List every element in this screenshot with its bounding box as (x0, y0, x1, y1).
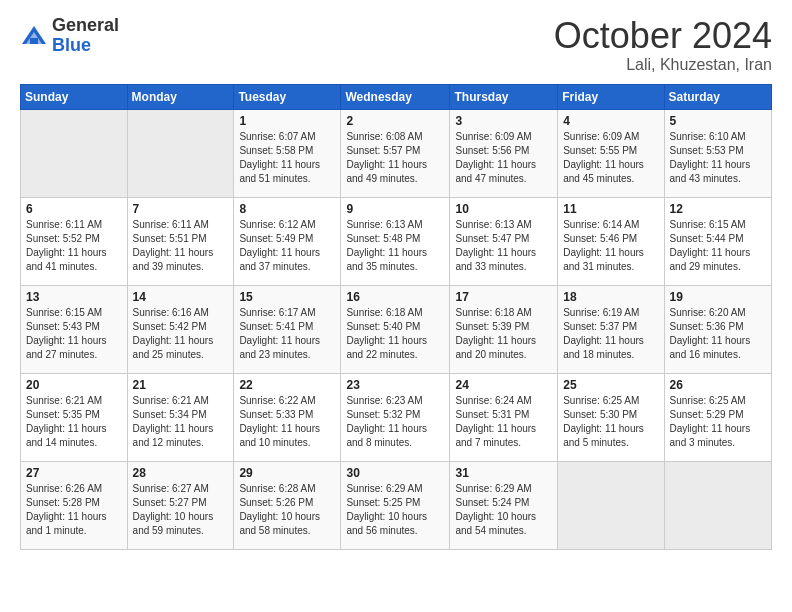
column-header-friday: Friday (558, 84, 664, 109)
title-location: Lali, Khuzestan, Iran (554, 56, 772, 74)
column-header-wednesday: Wednesday (341, 84, 450, 109)
calendar-cell: 4Sunrise: 6:09 AMSunset: 5:55 PMDaylight… (558, 109, 664, 197)
day-number: 25 (563, 378, 658, 392)
calendar-cell: 9Sunrise: 6:13 AMSunset: 5:48 PMDaylight… (341, 197, 450, 285)
svg-rect-2 (30, 38, 38, 44)
column-header-thursday: Thursday (450, 84, 558, 109)
calendar-cell: 26Sunrise: 6:25 AMSunset: 5:29 PMDayligh… (664, 373, 771, 461)
day-detail: Sunrise: 6:13 AMSunset: 5:47 PMDaylight:… (455, 218, 552, 274)
day-number: 29 (239, 466, 335, 480)
day-detail: Sunrise: 6:16 AMSunset: 5:42 PMDaylight:… (133, 306, 229, 362)
day-detail: Sunrise: 6:29 AMSunset: 5:25 PMDaylight:… (346, 482, 444, 538)
day-number: 7 (133, 202, 229, 216)
day-detail: Sunrise: 6:15 AMSunset: 5:44 PMDaylight:… (670, 218, 766, 274)
day-number: 28 (133, 466, 229, 480)
day-number: 9 (346, 202, 444, 216)
calendar-cell: 6Sunrise: 6:11 AMSunset: 5:52 PMDaylight… (21, 197, 128, 285)
column-header-sunday: Sunday (21, 84, 128, 109)
calendar-cell: 29Sunrise: 6:28 AMSunset: 5:26 PMDayligh… (234, 461, 341, 549)
calendar-cell: 13Sunrise: 6:15 AMSunset: 5:43 PMDayligh… (21, 285, 128, 373)
week-row: 1Sunrise: 6:07 AMSunset: 5:58 PMDaylight… (21, 109, 772, 197)
day-detail: Sunrise: 6:13 AMSunset: 5:48 PMDaylight:… (346, 218, 444, 274)
day-detail: Sunrise: 6:25 AMSunset: 5:29 PMDaylight:… (670, 394, 766, 450)
day-number: 16 (346, 290, 444, 304)
calendar-cell: 11Sunrise: 6:14 AMSunset: 5:46 PMDayligh… (558, 197, 664, 285)
column-header-saturday: Saturday (664, 84, 771, 109)
day-number: 24 (455, 378, 552, 392)
calendar-cell: 10Sunrise: 6:13 AMSunset: 5:47 PMDayligh… (450, 197, 558, 285)
day-number: 2 (346, 114, 444, 128)
day-detail: Sunrise: 6:11 AMSunset: 5:52 PMDaylight:… (26, 218, 122, 274)
title-month: October 2024 (554, 16, 772, 56)
day-number: 12 (670, 202, 766, 216)
day-detail: Sunrise: 6:19 AMSunset: 5:37 PMDaylight:… (563, 306, 658, 362)
calendar-cell: 3Sunrise: 6:09 AMSunset: 5:56 PMDaylight… (450, 109, 558, 197)
day-detail: Sunrise: 6:18 AMSunset: 5:40 PMDaylight:… (346, 306, 444, 362)
week-row: 27Sunrise: 6:26 AMSunset: 5:28 PMDayligh… (21, 461, 772, 549)
calendar-cell: 19Sunrise: 6:20 AMSunset: 5:36 PMDayligh… (664, 285, 771, 373)
logo: General Blue (20, 16, 119, 56)
column-header-monday: Monday (127, 84, 234, 109)
logo-text: General Blue (52, 16, 119, 56)
week-row: 13Sunrise: 6:15 AMSunset: 5:43 PMDayligh… (21, 285, 772, 373)
calendar-cell: 8Sunrise: 6:12 AMSunset: 5:49 PMDaylight… (234, 197, 341, 285)
day-number: 31 (455, 466, 552, 480)
day-detail: Sunrise: 6:09 AMSunset: 5:56 PMDaylight:… (455, 130, 552, 186)
logo-blue: Blue (52, 36, 119, 56)
header: General Blue October 2024 Lali, Khuzesta… (20, 16, 772, 74)
day-detail: Sunrise: 6:14 AMSunset: 5:46 PMDaylight:… (563, 218, 658, 274)
calendar-cell: 20Sunrise: 6:21 AMSunset: 5:35 PMDayligh… (21, 373, 128, 461)
day-detail: Sunrise: 6:29 AMSunset: 5:24 PMDaylight:… (455, 482, 552, 538)
calendar-cell: 24Sunrise: 6:24 AMSunset: 5:31 PMDayligh… (450, 373, 558, 461)
day-number: 26 (670, 378, 766, 392)
logo-icon (20, 22, 48, 50)
day-detail: Sunrise: 6:12 AMSunset: 5:49 PMDaylight:… (239, 218, 335, 274)
day-detail: Sunrise: 6:09 AMSunset: 5:55 PMDaylight:… (563, 130, 658, 186)
column-header-tuesday: Tuesday (234, 84, 341, 109)
calendar-cell: 7Sunrise: 6:11 AMSunset: 5:51 PMDaylight… (127, 197, 234, 285)
day-detail: Sunrise: 6:15 AMSunset: 5:43 PMDaylight:… (26, 306, 122, 362)
day-number: 17 (455, 290, 552, 304)
day-number: 10 (455, 202, 552, 216)
calendar-cell: 12Sunrise: 6:15 AMSunset: 5:44 PMDayligh… (664, 197, 771, 285)
day-number: 15 (239, 290, 335, 304)
logo-general: General (52, 16, 119, 36)
calendar-cell: 17Sunrise: 6:18 AMSunset: 5:39 PMDayligh… (450, 285, 558, 373)
day-number: 13 (26, 290, 122, 304)
day-detail: Sunrise: 6:10 AMSunset: 5:53 PMDaylight:… (670, 130, 766, 186)
calendar-cell (127, 109, 234, 197)
day-number: 5 (670, 114, 766, 128)
calendar-cell: 18Sunrise: 6:19 AMSunset: 5:37 PMDayligh… (558, 285, 664, 373)
day-detail: Sunrise: 6:21 AMSunset: 5:34 PMDaylight:… (133, 394, 229, 450)
day-number: 14 (133, 290, 229, 304)
day-number: 22 (239, 378, 335, 392)
calendar-cell: 23Sunrise: 6:23 AMSunset: 5:32 PMDayligh… (341, 373, 450, 461)
day-detail: Sunrise: 6:07 AMSunset: 5:58 PMDaylight:… (239, 130, 335, 186)
calendar-table: SundayMondayTuesdayWednesdayThursdayFrid… (20, 84, 772, 550)
calendar-cell (664, 461, 771, 549)
calendar-cell: 30Sunrise: 6:29 AMSunset: 5:25 PMDayligh… (341, 461, 450, 549)
day-number: 20 (26, 378, 122, 392)
day-number: 23 (346, 378, 444, 392)
day-number: 18 (563, 290, 658, 304)
day-detail: Sunrise: 6:27 AMSunset: 5:27 PMDaylight:… (133, 482, 229, 538)
day-number: 4 (563, 114, 658, 128)
day-number: 21 (133, 378, 229, 392)
week-row: 20Sunrise: 6:21 AMSunset: 5:35 PMDayligh… (21, 373, 772, 461)
day-detail: Sunrise: 6:17 AMSunset: 5:41 PMDaylight:… (239, 306, 335, 362)
title-block: October 2024 Lali, Khuzestan, Iran (554, 16, 772, 74)
calendar-cell (21, 109, 128, 197)
page: General Blue October 2024 Lali, Khuzesta… (0, 0, 792, 612)
day-number: 1 (239, 114, 335, 128)
week-row: 6Sunrise: 6:11 AMSunset: 5:52 PMDaylight… (21, 197, 772, 285)
calendar-cell: 25Sunrise: 6:25 AMSunset: 5:30 PMDayligh… (558, 373, 664, 461)
calendar-cell: 28Sunrise: 6:27 AMSunset: 5:27 PMDayligh… (127, 461, 234, 549)
day-detail: Sunrise: 6:11 AMSunset: 5:51 PMDaylight:… (133, 218, 229, 274)
calendar-cell: 5Sunrise: 6:10 AMSunset: 5:53 PMDaylight… (664, 109, 771, 197)
day-detail: Sunrise: 6:20 AMSunset: 5:36 PMDaylight:… (670, 306, 766, 362)
calendar-cell: 22Sunrise: 6:22 AMSunset: 5:33 PMDayligh… (234, 373, 341, 461)
day-number: 19 (670, 290, 766, 304)
day-detail: Sunrise: 6:28 AMSunset: 5:26 PMDaylight:… (239, 482, 335, 538)
calendar-cell: 16Sunrise: 6:18 AMSunset: 5:40 PMDayligh… (341, 285, 450, 373)
day-number: 30 (346, 466, 444, 480)
